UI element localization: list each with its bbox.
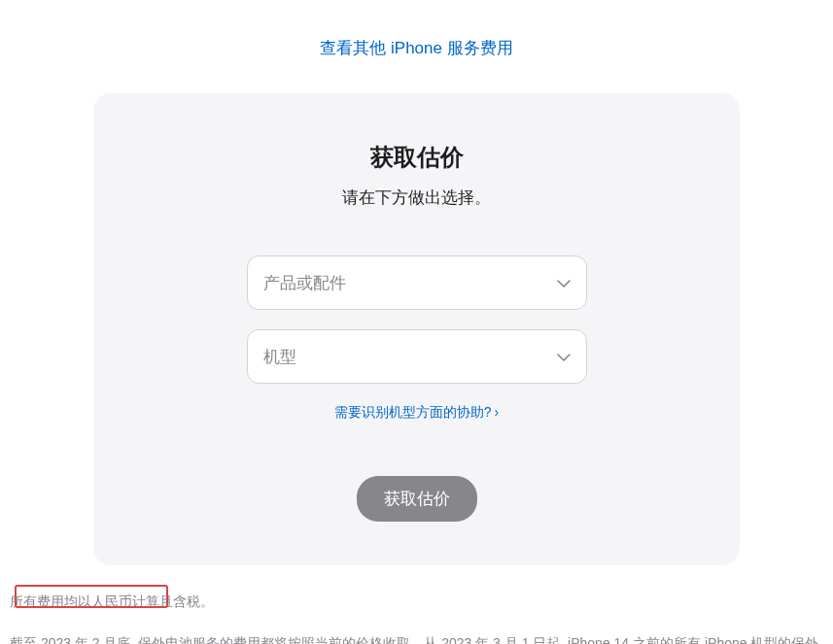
chevron-right-icon: ›: [495, 404, 500, 420]
estimate-card: 获取估价 请在下方做出选择。 产品或配件 机型 需要识别机型方面的协助?› 获取…: [93, 93, 740, 565]
card-title: 获取估价: [93, 142, 740, 173]
model-select[interactable]: 机型: [247, 329, 587, 384]
product-select[interactable]: 产品或配件: [247, 255, 587, 310]
other-services-link[interactable]: 查看其他 iPhone 服务费用: [320, 39, 512, 57]
header-link-row: 查看其他 iPhone 服务费用: [0, 0, 833, 59]
help-link-row: 需要识别机型方面的协助?›: [93, 403, 740, 422]
card-subtitle: 请在下方做出选择。: [93, 186, 740, 209]
model-select-wrapper: 机型: [247, 329, 587, 384]
footer-note-2: 截至 2023 年 2 月底, 保外电池服务的费用都将按照当前的价格收取。从 2…: [0, 632, 833, 644]
help-link-label: 需要识别机型方面的协助?: [334, 404, 492, 420]
footer-note-1: 所有费用均以人民币计算且含税。: [0, 591, 833, 613]
get-estimate-button[interactable]: 获取估价: [357, 476, 477, 522]
product-select-placeholder: 产品或配件: [263, 272, 346, 294]
chevron-down-icon: [557, 273, 571, 292]
chevron-down-icon: [557, 347, 571, 366]
product-select-wrapper: 产品或配件: [247, 255, 587, 310]
model-select-placeholder: 机型: [263, 346, 296, 368]
identify-model-help-link[interactable]: 需要识别机型方面的协助?›: [334, 404, 499, 420]
